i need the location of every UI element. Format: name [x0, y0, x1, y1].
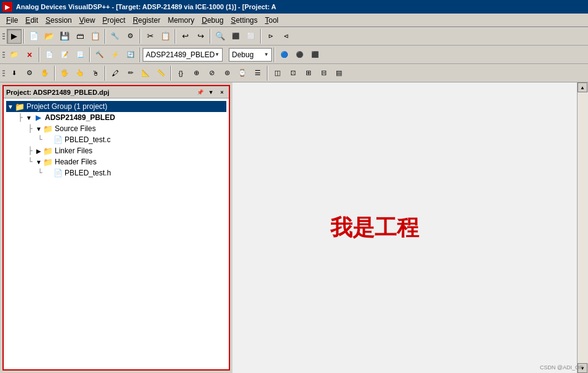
tree-icon-linker: 📁: [43, 146, 53, 156]
tb-btn-d1[interactable]: 🔵: [277, 47, 292, 62]
tree-expander-project[interactable]: ▼: [25, 113, 33, 122]
tree-node-header[interactable]: └ ▼ 📁 Header Files: [6, 156, 226, 167]
tree-expander-linker[interactable]: ▶: [34, 146, 43, 155]
tb-btn-undo[interactable]: ↩: [178, 29, 193, 44]
tb-btn-t14[interactable]: ⊛: [220, 66, 234, 81]
tb-btn-t10[interactable]: 📏: [154, 66, 169, 81]
tb-btn-open[interactable]: 📂: [42, 29, 57, 44]
tree-icon-header: 📁: [43, 157, 53, 167]
tb-btn-goto[interactable]: ⬜: [244, 29, 258, 44]
tb-btn-find[interactable]: 🔍: [213, 29, 228, 44]
panel-pin-btn[interactable]: 📌: [196, 88, 204, 97]
sep9: [140, 47, 141, 62]
tb-btn-sim2[interactable]: ⊲: [279, 29, 293, 44]
tb-btn-b2[interactable]: 📝: [57, 47, 72, 62]
tb-btn-run[interactable]: ▶: [7, 29, 22, 44]
tb-btn-d2[interactable]: ⚫: [292, 47, 307, 62]
menu-memory[interactable]: Memory: [164, 15, 198, 26]
menu-session[interactable]: Session: [42, 15, 76, 26]
menu-file[interactable]: File: [2, 15, 22, 26]
menu-project[interactable]: Project: [99, 15, 129, 26]
toolbar-grip-3[interactable]: [1, 65, 5, 81]
tree-expander-fileh: [44, 169, 53, 177]
tb-btn-d3[interactable]: ⬛: [308, 47, 322, 62]
panel-dropdown-btn[interactable]: ▼: [207, 88, 215, 97]
tb-btn-t19[interactable]: ⊞: [301, 66, 316, 81]
tb-btn-rebuild[interactable]: ⚙: [123, 29, 138, 44]
tb-btn-t8[interactable]: ✏: [123, 66, 138, 81]
sep2: [105, 29, 106, 44]
tb-btn-t4[interactable]: 🖐: [57, 66, 72, 81]
tree-expander-group[interactable]: ▼: [6, 102, 15, 111]
menu-register[interactable]: Register: [129, 15, 164, 26]
tb-btn-t16[interactable]: ☰: [250, 66, 265, 81]
tree-node-source[interactable]: ├ ▼ 📁 Source Files: [6, 123, 226, 134]
tb-btn-b6[interactable]: 🔄: [123, 47, 138, 62]
mode-arrow: ▼: [264, 52, 269, 57]
tb-btn-b4[interactable]: 🔨: [92, 47, 107, 62]
scroll-up[interactable]: ▲: [578, 82, 587, 92]
tb-btn-t15[interactable]: ⌚: [235, 66, 250, 81]
tb-btn-t11[interactable]: {}: [173, 66, 188, 81]
tb-btn-new[interactable]: 📄: [26, 29, 41, 44]
tb-btn-t2[interactable]: ⚙: [22, 66, 37, 81]
tb-btn-cut[interactable]: ✂: [143, 29, 157, 44]
tree-expander-header[interactable]: ▼: [34, 158, 43, 166]
toolbar-row-2: 📁 × 📄 📝 📃 🔨 ⚡ 🔄 ADSP21489_PBLED ▼ Debug …: [0, 46, 588, 64]
tree-node-file-c[interactable]: └ 📄 PBLED_test.c: [6, 134, 226, 145]
title-bar: ▶ Analog Devices VisualDSP++ - [Target: …: [0, 0, 588, 14]
tree-icon-project: ▶: [33, 113, 43, 122]
tree-node-project[interactable]: ├ ▼ ▶ ADSP21489_PBLED: [6, 112, 226, 123]
tb-btn-build[interactable]: 🔧: [108, 29, 122, 44]
tree-icon-group: 📁: [15, 102, 25, 111]
tb-btn-t3[interactable]: ✋: [38, 66, 52, 81]
tree-node-group[interactable]: ▼ 📁 Project Group (1 project): [6, 101, 226, 112]
tb-btn-replace[interactable]: ⬛: [228, 29, 243, 44]
tree-node-file-h[interactable]: └ 📄 PBLED_test.h: [6, 167, 226, 178]
tb-btn-b1[interactable]: 📄: [42, 47, 57, 62]
tb-btn-redo[interactable]: ↪: [193, 29, 208, 44]
tree-expander-source[interactable]: ▼: [34, 124, 43, 133]
tb-btn-b5[interactable]: ⚡: [108, 47, 122, 62]
tb-btn-t1[interactable]: ⬇: [7, 66, 22, 81]
sep4: [175, 29, 176, 44]
tree-icon-file-h: 📄: [53, 168, 63, 178]
content-area: 我是工程 ▲ ▼ CSDN @ADI_OP: [232, 82, 588, 373]
tb-btn-b3[interactable]: 📃: [73, 47, 87, 62]
tb-btn-t17[interactable]: ◫: [270, 66, 285, 81]
toolbar-grip-1[interactable]: [1, 28, 5, 44]
tb-btn-save2[interactable]: 🗃: [73, 29, 87, 44]
app-icon: ▶: [2, 2, 12, 12]
tb-btn-t9[interactable]: 📐: [138, 66, 153, 81]
menu-settings[interactable]: Settings: [227, 15, 261, 26]
right-scrollbar[interactable]: ▲ ▼: [577, 82, 588, 373]
panel-header: Project: ADSP21489_PBLED.dpj 📌 ▼ ×: [4, 86, 229, 98]
project-dropdown[interactable]: ADSP21489_PBLED ▼: [143, 48, 223, 62]
toolbar-row-1: ▶ 📄 📂 💾 🗃 📋 🔧 ⚙ ✂ 📋 ↩ ↪ 🔍 ⬛ ⬜ ⊳ ⊲: [0, 27, 588, 46]
tb-btn-copy[interactable]: 📋: [88, 29, 103, 44]
panel-title: Project: ADSP21489_PBLED.dpj: [6, 89, 194, 96]
tb-btn-t13[interactable]: ⊘: [204, 66, 219, 81]
tb-btn-t12[interactable]: ⊕: [189, 66, 204, 81]
tb-btn-t20[interactable]: ⊟: [316, 66, 331, 81]
menu-tools[interactable]: Tool: [261, 15, 282, 26]
tb-btn-t6[interactable]: 🖱: [88, 66, 103, 81]
menu-debug[interactable]: Debug: [198, 15, 227, 26]
tree-node-linker[interactable]: ├ ▶ 📁 Linker Files: [6, 145, 226, 156]
project-panel: Project: ADSP21489_PBLED.dpj 📌 ▼ × ▼ 📁 P…: [2, 85, 230, 371]
tb-btn-save[interactable]: 💾: [57, 29, 72, 44]
tb-btn-sim1[interactable]: ⊳: [263, 29, 278, 44]
tb-btn-close[interactable]: ×: [22, 47, 37, 62]
menu-view[interactable]: View: [76, 15, 99, 26]
toolbar-grip-2[interactable]: [1, 47, 5, 63]
tb-btn-paste[interactable]: 📋: [158, 29, 173, 44]
tb-btn-t18[interactable]: ⊡: [285, 66, 300, 81]
tb-btn-t21[interactable]: ▤: [332, 66, 346, 81]
tb-btn-t5[interactable]: 👆: [73, 66, 87, 81]
tb-btn-proj[interactable]: 📁: [7, 47, 22, 62]
menu-edit[interactable]: Edit: [22, 15, 42, 26]
tb-btn-t7[interactable]: 🖍: [108, 66, 122, 81]
mode-dropdown[interactable]: Debug ▼: [229, 48, 272, 62]
panel-close-btn[interactable]: ×: [218, 88, 226, 97]
sep6: [260, 29, 261, 44]
